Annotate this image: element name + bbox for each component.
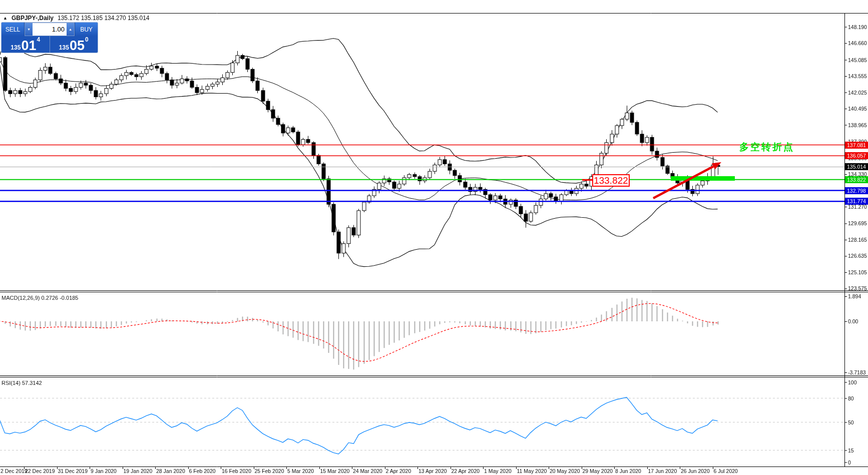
price-axis-tick: 128.165 — [848, 237, 867, 243]
macd-axis-tick: -3.7183 — [848, 369, 866, 375]
buy-price-pips: 05 — [70, 40, 85, 53]
macd-axis-tick: 1.894 — [848, 293, 861, 299]
price-axis-tick: 148.190 — [848, 24, 867, 30]
date-axis-label: 19 Jan 2020 — [124, 468, 153, 474]
buy-price-figure: 135 — [59, 44, 69, 51]
date-axis-label: 6 Feb 2020 — [189, 468, 216, 474]
hline-price-label: 131.774 — [845, 198, 868, 205]
date-axis-label: 28 Jan 2020 — [156, 468, 185, 474]
macd-axis-tick: 0.00 — [848, 318, 858, 324]
price-axis-tick: 146.660 — [848, 40, 867, 46]
rsi-axis-tick: 80 — [848, 395, 854, 401]
volume-input[interactable] — [33, 23, 67, 36]
symbol-name: GBPJPY-,Daily — [12, 15, 54, 22]
hline-price-label: 136.057 — [845, 152, 868, 159]
date-axis-label: 22 Dec 2019 — [25, 468, 55, 474]
date-axis-label: 25 Feb 2020 — [255, 468, 284, 474]
sell-price-point: 4 — [37, 36, 40, 43]
price-axis-tick: 125.105 — [848, 269, 867, 275]
chart-canvas[interactable] — [0, 0, 868, 475]
price-axis-tick: 126.635 — [848, 253, 867, 259]
hline-price-label: 132.798 — [845, 187, 868, 194]
date-axis-label: 24 Mar 2020 — [353, 468, 382, 474]
date-axis-label: 6 Jul 2020 — [714, 468, 738, 474]
mt-terminal-window: ▦◫✚新订单◆☁◉◣自动交易▥▮∿⊕⊖⊞▶▷⊞▾◷▾▧▾↖┼│─╱∦E≣FAT◈… — [0, 0, 868, 475]
price-axis-tick: 140.495 — [848, 106, 867, 112]
buy-button[interactable]: BUY — [75, 23, 98, 36]
date-axis-label: 9 Jan 2020 — [91, 468, 117, 474]
date-axis-label: 11 May 2020 — [517, 468, 547, 474]
price-axis-tick: 143.555 — [848, 73, 867, 79]
date-axis-label: 16 Feb 2020 — [222, 468, 251, 474]
rsi-axis-tick: 15 — [848, 447, 854, 453]
price-axis-tick: 142.025 — [848, 90, 867, 96]
date-axis-label: 2 Apr 2020 — [386, 468, 411, 474]
date-axis-label: 31 Dec 2019 — [58, 468, 88, 474]
one-click-trading-panel: SELL ▼ ▲ BUY 135 01 4 135 05 0 — [1, 22, 98, 53]
volume-up-button[interactable]: ▲ — [67, 23, 74, 36]
hline-price-label: 137.081 — [845, 142, 868, 149]
sell-price-figure: 135 — [11, 44, 21, 51]
bid-price-label: 135.014 — [845, 163, 868, 170]
macd-label: MACD(12,26,9) 0.2726 -0.0185 — [2, 295, 78, 301]
sell-price[interactable]: 135 01 4 — [2, 36, 50, 53]
date-axis-label: 22 Apr 2020 — [452, 468, 480, 474]
date-axis-label: 15 Mar 2020 — [320, 468, 350, 474]
date-axis-label: 29 May 2020 — [583, 468, 613, 474]
date-axis-label: 1 May 2020 — [484, 468, 512, 474]
rsi-label: RSI(14) 57.3142 — [2, 380, 42, 386]
hline-price-label: 133.822 — [845, 176, 868, 183]
highlight-rectangle[interactable] — [671, 176, 735, 181]
rsi-axis-tick: 50 — [848, 419, 854, 425]
date-axis-label: 17 Jun 2020 — [648, 468, 677, 474]
date-axis-label: 2 Dec 2019 — [1, 468, 28, 474]
date-axis-label: 13 Apr 2020 — [418, 468, 447, 474]
rsi-axis-tick: 100 — [848, 379, 857, 385]
symbol-ohlc-line: ▲ GBPJPY-,Daily 135.172 135.185 134.270 … — [3, 15, 149, 22]
volume-down-button[interactable]: ▼ — [25, 23, 33, 36]
sell-price-pips: 01 — [21, 40, 36, 53]
date-axis-label: 5 Mar 2020 — [287, 468, 314, 474]
price-axis-tick: 123.575 — [848, 285, 867, 291]
price-axis-tick: 145.085 — [848, 57, 867, 63]
date-axis-label: 8 Jun 2020 — [615, 468, 641, 474]
ohlc-values: 135.172 135.185 134.270 135.014 — [58, 15, 150, 22]
callout-dash — [582, 179, 592, 181]
date-axis-label: 20 May 2020 — [550, 468, 580, 474]
rsi-axis-tick: 0 — [848, 459, 851, 465]
sell-button[interactable]: SELL — [2, 23, 25, 36]
date-axis-label: 26 Jun 2020 — [681, 468, 710, 474]
turning-point-annotation[interactable]: 多空转折点 — [739, 141, 794, 154]
buy-price[interactable]: 135 05 0 — [50, 36, 98, 53]
price-axis-tick: 138.965 — [848, 122, 867, 128]
buy-price-point: 0 — [85, 36, 89, 43]
collapse-panel-icon[interactable]: ▲ — [3, 16, 8, 21]
price-callout-textbox[interactable]: 133.822 — [592, 174, 630, 187]
price-axis-tick: 129.695 — [848, 220, 867, 226]
